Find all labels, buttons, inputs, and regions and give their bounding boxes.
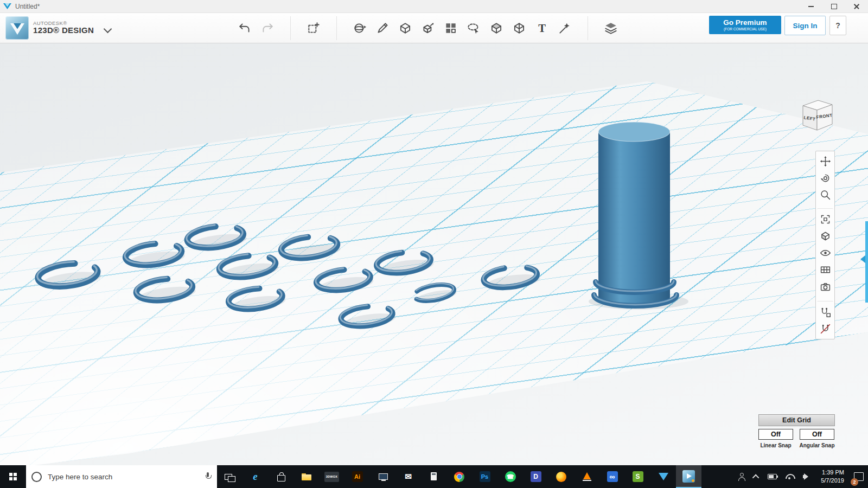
- battery-button[interactable]: [763, 465, 781, 488]
- linear-snap-button[interactable]: Off: [758, 429, 793, 440]
- illustrator-taskbar-button[interactable]: Ai: [344, 465, 370, 488]
- app-menu-button[interactable]: AUTODESK® 123D® DESIGN: [5, 16, 94, 40]
- flyout-arrow-icon[interactable]: [860, 255, 865, 263]
- move-view-button[interactable]: [817, 153, 833, 170]
- task-view-taskbar-button[interactable]: [217, 465, 242, 488]
- viewport-3d[interactable]: LEFT FRONT Edit Grid Off Off Linear Snap…: [0, 43, 868, 465]
- people-button[interactable]: [733, 465, 750, 488]
- orbit-icon: [820, 172, 831, 184]
- start-button[interactable]: [0, 465, 26, 488]
- battery-icon: [768, 474, 777, 479]
- photoshop-taskbar-button[interactable]: Ps: [472, 465, 497, 488]
- chevron-down-icon[interactable]: [104, 25, 112, 34]
- ring-object[interactable]: [315, 265, 374, 294]
- pen-tool-button[interactable]: [371, 16, 394, 40]
- mail-taskbar-button[interactable]: ✉: [395, 465, 421, 488]
- microphone-icon[interactable]: [204, 472, 212, 481]
- 3dwox-taskbar-button[interactable]: 3DWOX: [319, 465, 344, 488]
- cube-tool-button[interactable]: [485, 16, 508, 40]
- chamfer-tool-button[interactable]: [394, 16, 417, 40]
- orbit-view-button[interactable]: [817, 170, 833, 187]
- taskbar-search[interactable]: [26, 465, 217, 488]
- splitcube-tool-button[interactable]: [508, 16, 531, 40]
- fit-view-button[interactable]: [817, 208, 833, 228]
- media-tool-taskbar-button[interactable]: D: [523, 465, 548, 488]
- whatsapp-taskbar-button[interactable]: ☎: [497, 465, 523, 488]
- cubearrow-icon: [421, 21, 435, 35]
- go-premium-button[interactable]: Go Premium (FOR COMMERCIAL USE): [709, 16, 781, 34]
- lasso-tool-button[interactable]: [462, 16, 485, 40]
- magnetbox-view-button[interactable]: [817, 301, 833, 320]
- view-cube[interactable]: LEFT FRONT: [797, 98, 841, 137]
- ring-object[interactable]: [218, 251, 279, 281]
- cylinder-object[interactable]: [589, 122, 688, 310]
- search-input[interactable]: [47, 472, 199, 481]
- network-button[interactable]: [781, 465, 799, 488]
- green-app-taskbar-button[interactable]: S: [625, 465, 650, 488]
- help-button[interactable]: ?: [829, 16, 846, 35]
- close-icon: [853, 3, 860, 10]
- angular-snap-button[interactable]: Off: [800, 429, 834, 440]
- tray-overflow-button[interactable]: [750, 465, 763, 488]
- cubearrow-tool-button[interactable]: [417, 16, 439, 40]
- volume-button[interactable]: [799, 465, 815, 488]
- brand-text: AUTODESK® 123D® DESIGN: [33, 21, 94, 35]
- wand-tool-button[interactable]: [553, 16, 576, 40]
- layers-tool-button[interactable]: [599, 16, 622, 40]
- undo-tool-button[interactable]: [233, 16, 256, 40]
- document-title: Untitled*: [15, 3, 40, 10]
- screen-share-taskbar-button[interactable]: [370, 465, 395, 488]
- store-taskbar-button[interactable]: [268, 465, 293, 488]
- maximize-button[interactable]: [822, 0, 845, 12]
- chrome-taskbar-button[interactable]: [446, 465, 472, 488]
- calculator-taskbar-button[interactable]: [421, 465, 446, 488]
- pattern-tool-button[interactable]: [439, 16, 462, 40]
- taskbar-apps: e3DWOXAi✉Ps☎D∞S: [217, 465, 701, 488]
- sphere-tool-button[interactable]: [348, 16, 371, 40]
- eye-view-button[interactable]: [817, 245, 833, 261]
- angular-snap-label: Angular Snap: [796, 442, 838, 448]
- flyout-strip[interactable]: [865, 221, 868, 303]
- ring-object[interactable]: [227, 284, 286, 313]
- pen-icon: [375, 21, 390, 35]
- vlc-taskbar-button[interactable]: [574, 465, 599, 488]
- autodesk-123d-taskbar-button[interactable]: [650, 465, 676, 488]
- redo-tool-button[interactable]: [256, 16, 279, 40]
- close-button[interactable]: [845, 0, 868, 12]
- text-tool-button[interactable]: T: [531, 16, 553, 40]
- move-icon: [820, 156, 831, 167]
- minimize-button[interactable]: [800, 0, 822, 12]
- system-tray: 1:39 PM 5/7/2019 2: [733, 465, 868, 488]
- ring-object[interactable]: [375, 247, 435, 277]
- action-center-button[interactable]: 2: [850, 465, 868, 488]
- file-explorer-taskbar-button[interactable]: [293, 465, 319, 488]
- taskbar-clock[interactable]: 1:39 PM 5/7/2019: [815, 468, 850, 485]
- edit-grid-button[interactable]: Edit Grid: [758, 414, 835, 426]
- sign-in-button[interactable]: Sign In: [784, 16, 826, 35]
- ring-object[interactable]: [124, 239, 186, 269]
- title-bar: Untitled*: [0, 0, 868, 13]
- linear-snap-label: Linear Snap: [755, 442, 797, 448]
- zoom-view-button[interactable]: [817, 187, 833, 203]
- magnetoff-view-button[interactable]: [817, 320, 833, 337]
- ring-object[interactable]: [414, 280, 457, 304]
- cube3d-view-button[interactable]: [817, 228, 833, 245]
- ring-object[interactable]: [186, 221, 248, 252]
- calculator-icon: [429, 471, 439, 482]
- transform-tool-button[interactable]: [302, 16, 325, 40]
- chevron-up-icon: [752, 474, 760, 481]
- 3dwox-icon: 3DWOX: [324, 472, 339, 482]
- infinity-app-taskbar-button[interactable]: ∞: [599, 465, 625, 488]
- scene-layer[interactable]: [0, 43, 868, 465]
- grid-view-button[interactable]: [817, 261, 833, 278]
- ring-object[interactable]: [135, 274, 196, 304]
- active-app-taskbar-button[interactable]: [676, 465, 701, 488]
- edge-taskbar-button[interactable]: e: [242, 465, 268, 488]
- ring-object[interactable]: [482, 262, 541, 291]
- camera-view-button[interactable]: [817, 278, 833, 295]
- brand-line2: 123D® DESIGN: [33, 26, 94, 35]
- firefox-taskbar-button[interactable]: [548, 465, 574, 488]
- ring-object[interactable]: [279, 232, 341, 262]
- ring-object[interactable]: [36, 258, 101, 291]
- ring-object[interactable]: [339, 302, 396, 330]
